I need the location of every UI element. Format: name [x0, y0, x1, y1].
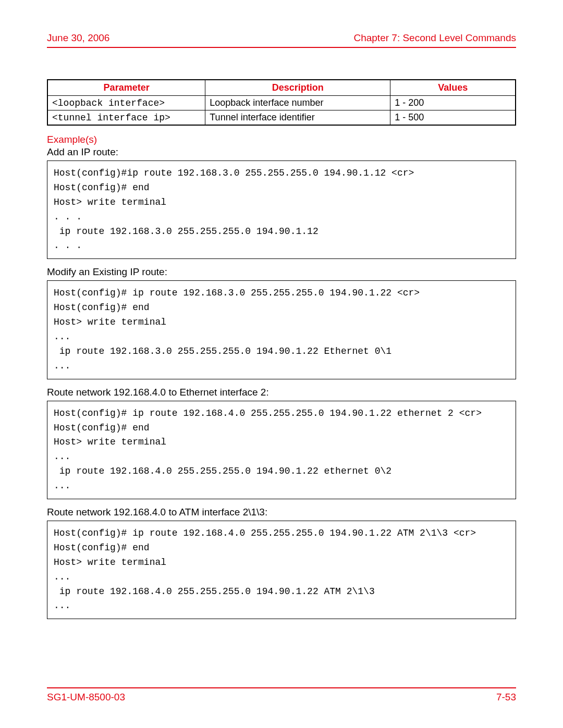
th-parameter: Parameter [47, 80, 205, 96]
example-caption: Route network 192.168.4.0 to ATM interfa… [47, 507, 516, 518]
code-block: Host(config)# ip route 192.168.3.0 255.2… [47, 280, 516, 379]
page-footer: SG1-UM-8500-03 7-53 [47, 687, 516, 703]
example-caption: Route network 192.168.4.0 to Ethernet in… [47, 387, 516, 398]
footer-doc-id: SG1-UM-8500-03 [47, 692, 125, 703]
header-chapter: Chapter 7: Second Level Commands [353, 32, 516, 44]
header-date: June 30, 2006 [47, 32, 109, 44]
footer-page-number: 7-53 [496, 692, 516, 703]
code-block: Host(config)# ip route 192.168.4.0 255.2… [47, 521, 516, 619]
cell-values: 1 - 200 [390, 96, 516, 110]
th-description: Description [205, 80, 390, 96]
cell-desc: Tunnel interface identifier [205, 110, 390, 126]
cell-desc: Loopback interface number [205, 96, 390, 110]
cell-param: <tunnel interface ip> [47, 110, 205, 126]
example-caption: Add an IP route: [47, 146, 516, 158]
table-header-row: Parameter Description Values [47, 80, 516, 96]
table-row: <tunnel interface ip> Tunnel interface i… [47, 110, 516, 126]
cell-param: <loopback interface> [47, 96, 205, 110]
example-caption: Modify an Existing IP route: [47, 266, 516, 278]
parameter-table: Parameter Description Values <loopback i… [47, 79, 516, 126]
code-block: Host(config)# ip route 192.168.4.0 255.2… [47, 401, 516, 499]
examples-heading: Example(s) [47, 134, 516, 145]
page-header: June 30, 2006 Chapter 7: Second Level Co… [47, 32, 516, 48]
page: June 30, 2006 Chapter 7: Second Level Co… [0, 0, 563, 619]
cell-values: 1 - 500 [390, 110, 516, 126]
code-block: Host(config)#ip route 192.168.3.0 255.25… [47, 161, 516, 259]
th-values: Values [390, 80, 516, 96]
table-row: <loopback interface> Loopback interface … [47, 96, 516, 110]
